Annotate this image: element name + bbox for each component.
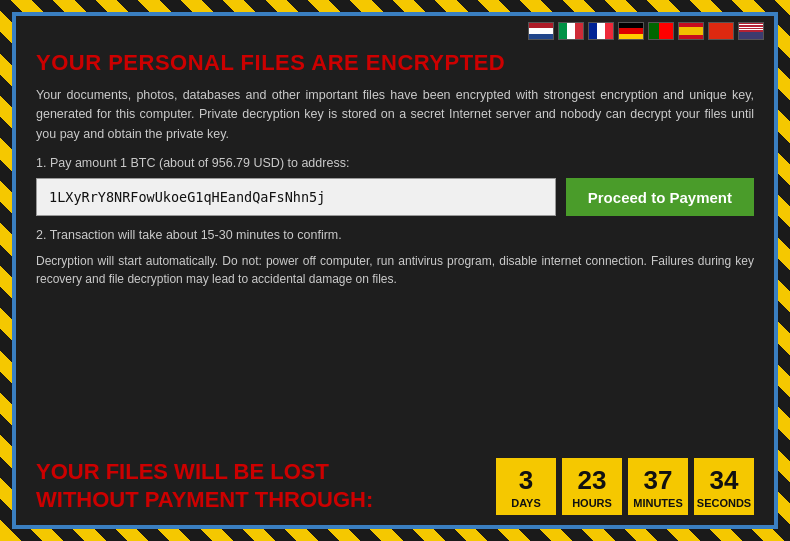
bottom-section: YOUR FILES WILL BE LOST WITHOUT PAYMENT … bbox=[36, 450, 754, 515]
inner-border: YOUR PERSONAL FILES ARE ENCRYPTED Your d… bbox=[12, 12, 778, 529]
proceed-to-payment-button[interactable]: Proceed to Payment bbox=[566, 178, 754, 216]
countdown-box-seconds: 34Seconds bbox=[694, 458, 754, 515]
countdown-number-seconds: 34 bbox=[710, 466, 739, 495]
content-area: YOUR PERSONAL FILES ARE ENCRYPTED Your d… bbox=[16, 44, 774, 525]
flag-es[interactable] bbox=[678, 22, 704, 40]
flag-de[interactable] bbox=[618, 22, 644, 40]
countdown-label-days: Days bbox=[511, 497, 541, 509]
flag-cn[interactable] bbox=[708, 22, 734, 40]
countdown-label-seconds: Seconds bbox=[697, 497, 751, 509]
files-lost-line1: YOUR FILES WILL BE LOST bbox=[36, 458, 373, 487]
files-lost-line2: WITHOUT PAYMENT THROUGH: bbox=[36, 486, 373, 515]
warning-text: Decryption will start automatically. Do … bbox=[36, 252, 754, 288]
countdown-box-hours: 23Hours bbox=[562, 458, 622, 515]
flag-pt[interactable] bbox=[648, 22, 674, 40]
flags-row bbox=[16, 16, 774, 44]
flag-it[interactable] bbox=[558, 22, 584, 40]
flag-fr[interactable] bbox=[588, 22, 614, 40]
countdown-number-hours: 23 bbox=[578, 466, 607, 495]
files-lost-warning: YOUR FILES WILL BE LOST WITHOUT PAYMENT … bbox=[36, 458, 373, 515]
btc-address-input[interactable] bbox=[36, 178, 556, 216]
flag-nl[interactable] bbox=[528, 22, 554, 40]
payment-row: Proceed to Payment bbox=[36, 178, 754, 216]
description-text: Your documents, photos, databases and ot… bbox=[36, 86, 754, 144]
countdown-number-minutes: 37 bbox=[644, 466, 673, 495]
main-title: YOUR PERSONAL FILES ARE ENCRYPTED bbox=[36, 50, 754, 76]
countdown-label-hours: Hours bbox=[572, 497, 612, 509]
countdown-number-days: 3 bbox=[519, 466, 533, 495]
countdown-box-days: 3Days bbox=[496, 458, 556, 515]
step2-label: 2. Transaction will take about 15-30 min… bbox=[36, 228, 754, 242]
outer-border: YOUR PERSONAL FILES ARE ENCRYPTED Your d… bbox=[0, 0, 790, 541]
flag-us[interactable] bbox=[738, 22, 764, 40]
step1-label: 1. Pay amount 1 BTC (about of 956.79 USD… bbox=[36, 156, 754, 170]
countdown-label-minutes: Minutes bbox=[633, 497, 683, 509]
countdown-row: 3Days23Hours37Minutes34Seconds bbox=[496, 458, 754, 515]
countdown-box-minutes: 37Minutes bbox=[628, 458, 688, 515]
